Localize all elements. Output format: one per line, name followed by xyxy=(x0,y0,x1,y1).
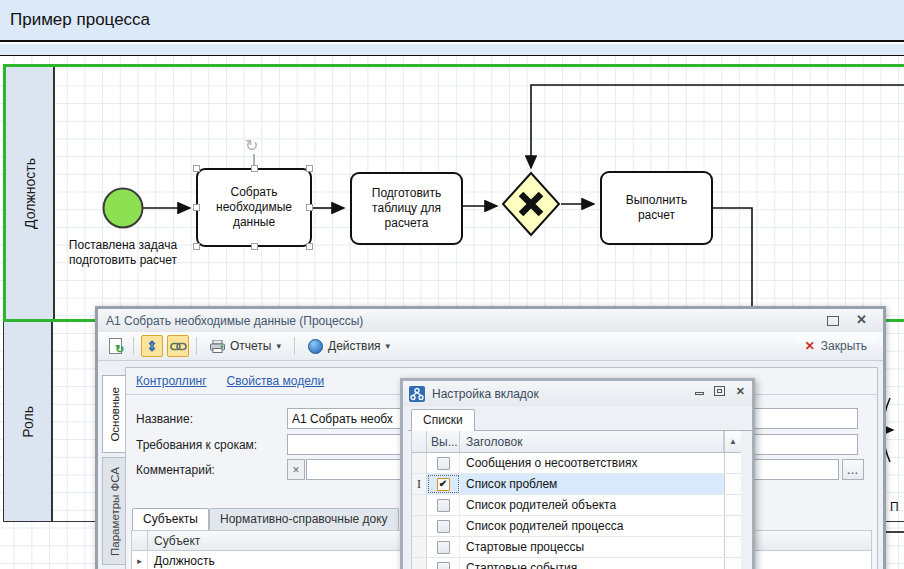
task-podgotovit-tablicu[interactable]: Подготовить таблицу для расчета xyxy=(350,172,463,245)
model-properties-link[interactable]: Свойства модели xyxy=(227,374,325,388)
row-label[interactable]: Сообщения о несоответствиях xyxy=(460,453,724,473)
actions-dropdown[interactable]: Действия ▾ xyxy=(302,337,396,356)
scrollbar-track[interactable] xyxy=(724,495,741,515)
tab-spiski[interactable]: Списки xyxy=(411,409,475,431)
hierarchy-icon xyxy=(409,386,425,402)
selection-handle[interactable] xyxy=(193,165,200,172)
row-checkbox[interactable]: ✔ xyxy=(427,474,460,494)
table-row[interactable]: Список родителей процесса xyxy=(412,516,741,537)
comment-field-label: Комментарий: xyxy=(136,463,215,477)
selection-handle[interactable] xyxy=(193,243,200,250)
tab-label: Параметры ФСА xyxy=(109,467,121,556)
tab-parametry-fsa[interactable]: Параметры ФСА xyxy=(102,457,126,565)
table-row[interactable]: Список родителей объекта xyxy=(412,495,741,516)
tab-config-table-header[interactable]: Вы... Заголовок ▲ xyxy=(412,431,741,453)
diagram-title-band: Пример процесса xyxy=(0,0,904,42)
selection-handle[interactable] xyxy=(306,243,313,250)
row-state-gutter xyxy=(412,516,427,536)
updown-arrows-icon: ⇕ xyxy=(146,339,158,353)
selection-handle[interactable] xyxy=(306,165,313,172)
dialog-toolbar: ↻ ⇕ Отчеты ▾ xyxy=(98,332,883,361)
scrollbar-track[interactable] xyxy=(724,474,741,494)
reports-dropdown[interactable]: Отчеты ▾ xyxy=(204,337,287,355)
autofit-toggle-button[interactable]: ⇕ xyxy=(141,335,163,357)
popup-title: Настройка вкладок xyxy=(432,387,539,401)
actions-globe-icon xyxy=(308,339,323,354)
dialog-titlebar[interactable]: A1 Собрать необходимые данные (Процессы)… xyxy=(98,309,883,332)
popup-titlebar[interactable]: Настройка вкладок ✕ xyxy=(403,381,752,406)
row-label[interactable]: Список проблем xyxy=(460,474,724,494)
row-label[interactable]: Список родителей процесса xyxy=(460,516,724,536)
actions-label: Действия xyxy=(328,339,381,353)
minimize-icon[interactable] xyxy=(695,392,704,395)
partial-task-label: П xyxy=(890,500,899,514)
table-row[interactable]: Стартовые события xyxy=(412,558,741,569)
rotate-handle-icon[interactable]: ↻ xyxy=(245,136,258,155)
tab-settings-dialog: Настройка вкладок ✕ Списки Вы... Заголов… xyxy=(400,378,755,569)
start-event[interactable] xyxy=(104,189,143,228)
row-state-gutter xyxy=(412,495,427,515)
link-toggle-button[interactable] xyxy=(167,335,189,357)
row-marker-icon: ▸ xyxy=(132,551,148,569)
chevron-down-icon: ▾ xyxy=(276,341,281,351)
table-row[interactable]: Стартовые процессы xyxy=(412,537,741,558)
checked-column-header[interactable]: Вы... xyxy=(427,431,460,452)
task-vypolnit-raschet[interactable]: Выполнить расчет xyxy=(600,171,713,245)
title-column-header[interactable]: Заголовок xyxy=(460,431,724,452)
row-state-gutter xyxy=(412,537,427,557)
bottom-tabs: Субъекты Нормативно-справочные доку xyxy=(132,508,399,530)
row-state-gutter: I xyxy=(412,474,427,494)
restore-icon[interactable] xyxy=(714,386,725,396)
toolbar-separator xyxy=(196,337,197,355)
close-dialog-button[interactable]: ✕ Закрыть xyxy=(795,336,877,356)
comment-browse-button[interactable]: … xyxy=(842,459,864,480)
scrollbar-track[interactable] xyxy=(724,558,741,569)
clear-comment-button[interactable]: × xyxy=(287,459,305,480)
close-button-label: Закрыть xyxy=(821,339,867,353)
diagram-title: Пример процесса xyxy=(10,10,150,30)
header-gutter xyxy=(132,531,148,550)
task-label: Собрать необходимые данные xyxy=(204,185,304,230)
flow-return-to-gateway[interactable] xyxy=(531,85,904,168)
row-checkbox[interactable] xyxy=(427,495,460,515)
selection-handle[interactable] xyxy=(193,204,200,211)
chain-link-icon xyxy=(170,341,187,352)
controlling-link[interactable]: Контроллинг xyxy=(136,374,207,388)
flow-task3-down[interactable] xyxy=(713,208,752,308)
row-checkbox[interactable] xyxy=(427,558,460,569)
tab-osnovnye[interactable]: Основные xyxy=(102,375,126,453)
row-label[interactable]: Стартовые события xyxy=(460,558,724,569)
close-icon[interactable]: ✕ xyxy=(736,386,745,397)
toolbar-separator xyxy=(133,337,134,355)
scrollbar-track[interactable] xyxy=(724,516,741,536)
row-label[interactable]: Стартовые процессы xyxy=(460,537,724,557)
row-state-gutter xyxy=(412,558,427,569)
selection-handle[interactable] xyxy=(306,204,313,211)
start-event-label: Поставлена задача подготовить расчет xyxy=(63,238,183,268)
maximize-icon[interactable] xyxy=(827,316,839,326)
deadline-field-label: Требования к срокам: xyxy=(136,438,257,452)
table-row-selected[interactable]: I ✔ Список проблем xyxy=(412,474,741,495)
row-state-gutter xyxy=(412,453,427,473)
refresh-button[interactable]: ↻ xyxy=(104,335,126,357)
task-sobrat-dannye[interactable]: Собрать необходимые данные xyxy=(196,168,312,247)
scroll-up-button[interactable]: ▲ xyxy=(724,431,741,452)
row-checkbox[interactable] xyxy=(427,453,460,473)
close-icon[interactable]: ✕ xyxy=(856,312,867,327)
row-checkbox[interactable] xyxy=(427,537,460,557)
tab-subekty[interactable]: Субъекты xyxy=(132,508,209,530)
task-label: Выполнить расчет xyxy=(608,193,705,223)
table-row[interactable]: Сообщения о несоответствиях xyxy=(412,453,741,474)
scrollbar-track[interactable] xyxy=(724,537,741,557)
tab-normativnye-dokumenty[interactable]: Нормативно-справочные доку xyxy=(209,508,399,530)
reports-label: Отчеты xyxy=(230,339,271,353)
header-gutter xyxy=(412,431,427,452)
row-label[interactable]: Список родителей объекта xyxy=(460,495,724,515)
selection-handle[interactable] xyxy=(251,243,258,250)
row-checkbox[interactable] xyxy=(427,516,460,536)
selection-handle[interactable] xyxy=(251,165,258,172)
app-window: Пример процесса Должность Роль xyxy=(0,0,904,569)
printer-icon xyxy=(210,340,225,353)
red-x-icon: ✕ xyxy=(805,339,815,353)
scrollbar-track[interactable] xyxy=(724,453,741,473)
